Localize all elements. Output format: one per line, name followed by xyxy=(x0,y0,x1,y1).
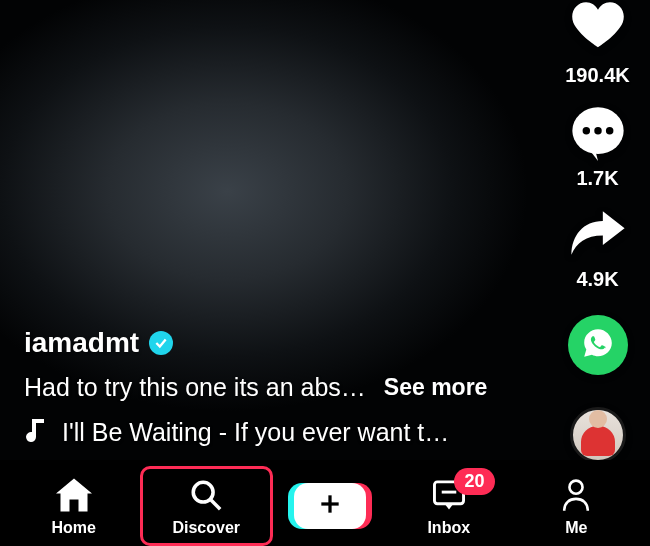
nav-me[interactable]: Me xyxy=(513,466,641,546)
like-button[interactable]: 190.4K xyxy=(565,0,630,87)
share-count: 4.9K xyxy=(576,268,618,291)
verified-badge-icon xyxy=(149,331,173,355)
nav-home[interactable]: Home xyxy=(10,466,138,546)
see-more-button[interactable]: See more xyxy=(384,374,488,401)
svg-point-10 xyxy=(570,481,583,494)
nav-create[interactable] xyxy=(275,466,385,546)
bottom-nav: Home Discover 20 Inbox xyxy=(0,460,650,546)
sound-title: I'll Be Waiting - If you ever want t… xyxy=(62,418,449,447)
video-feed-screen: 190.4K 1.7K 4.9K iamadmt xyxy=(0,0,650,546)
svg-line-5 xyxy=(211,499,221,509)
share-button[interactable]: 4.9K xyxy=(569,208,627,291)
inbox-badge: 20 xyxy=(454,468,494,495)
plus-icon xyxy=(317,491,343,521)
comment-button[interactable]: 1.7K xyxy=(570,105,626,190)
sound-row[interactable]: I'll Be Waiting - If you ever want t… xyxy=(24,416,530,448)
svg-point-1 xyxy=(582,127,589,134)
like-count: 190.4K xyxy=(565,64,630,87)
nav-me-label: Me xyxy=(565,519,587,537)
search-icon xyxy=(189,475,223,515)
nav-home-label: Home xyxy=(52,519,96,537)
comment-count: 1.7K xyxy=(576,167,618,190)
whatsapp-icon xyxy=(581,326,615,364)
svg-point-2 xyxy=(594,127,601,134)
home-icon xyxy=(56,475,92,515)
nav-discover-label: Discover xyxy=(172,519,240,537)
profile-icon xyxy=(560,475,592,515)
sound-cover-icon xyxy=(581,426,615,456)
nav-inbox-label: Inbox xyxy=(427,519,470,537)
caption-text: Had to try this one its an abs… xyxy=(24,373,366,402)
username: iamadmt xyxy=(24,327,139,359)
music-note-icon xyxy=(24,416,48,448)
caption-row: Had to try this one its an abs… See more xyxy=(24,373,530,402)
svg-point-4 xyxy=(194,482,214,502)
nav-discover[interactable]: Discover xyxy=(140,466,274,546)
sound-disc[interactable] xyxy=(570,407,626,463)
author-row[interactable]: iamadmt xyxy=(24,327,530,359)
heart-icon xyxy=(571,0,625,58)
svg-point-3 xyxy=(605,127,612,134)
nav-inbox[interactable]: 20 Inbox xyxy=(385,466,513,546)
create-button xyxy=(294,483,366,529)
share-icon xyxy=(569,208,627,262)
video-info: iamadmt Had to try this one its an abs… … xyxy=(24,327,530,448)
comment-icon xyxy=(570,105,626,161)
action-rail: 190.4K 1.7K 4.9K xyxy=(545,0,650,463)
whatsapp-share-button[interactable] xyxy=(568,315,628,375)
